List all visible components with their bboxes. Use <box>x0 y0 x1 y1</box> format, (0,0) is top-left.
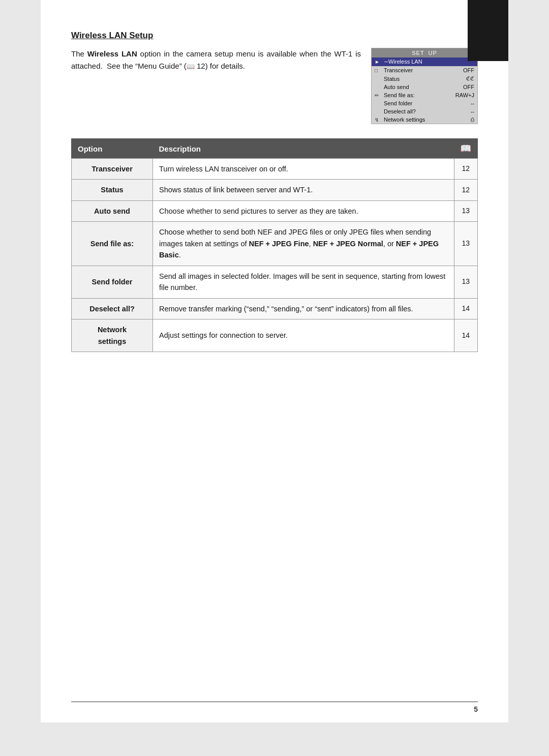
option-sendfileas: Send file as: <box>72 222 153 266</box>
table-row: Deselect all? Remove transfer marking (“… <box>72 298 478 319</box>
options-table: Option Description 📖 Transceiver Turn wi… <box>71 138 478 352</box>
page-deselectall: 14 <box>454 298 478 319</box>
camera-menu-row-deselectall: Deselect all? -- <box>372 107 477 115</box>
transceiver-icon: □ <box>375 68 384 73</box>
option-sendfolder: Send folder <box>72 266 153 298</box>
bottom-line <box>71 702 478 702</box>
table-row: Auto send Choose whether to send picture… <box>72 200 478 221</box>
camera-menu: SET UP ► ∼Wireless LAN □ Transceiver OFF… <box>371 48 478 124</box>
page-networksettings: 14 <box>454 319 478 352</box>
intro-text: The Wireless LAN option in the camera se… <box>71 48 361 72</box>
autosend-value: OFF <box>455 84 474 90</box>
option-status: Status <box>72 180 153 200</box>
autosend-label: Auto send <box>384 84 455 90</box>
option-networksettings: Networksettings <box>72 319 153 352</box>
intro-block: The Wireless LAN option in the camera se… <box>71 48 478 124</box>
option-autosend: Auto send <box>72 200 153 221</box>
page-sendfileas: 13 <box>454 222 478 266</box>
sendfileas-label: Send file as: <box>384 92 455 98</box>
camera-menu-body: ► ∼Wireless LAN □ Transceiver OFF Status… <box>372 57 477 124</box>
deselectall-value: -- <box>455 108 474 114</box>
transceiver-value: OFF <box>455 67 474 73</box>
desc-status: Shows status of link between server and … <box>153 180 454 200</box>
camera-menu-row-autosend: Auto send OFF <box>372 83 477 91</box>
table-row: Status Shows status of link between serv… <box>72 180 478 200</box>
deselectall-label: Deselect all? <box>384 108 455 114</box>
status-value: ℭℭ <box>455 75 474 82</box>
bold-wireless-lan: Wireless LAN <box>87 49 137 58</box>
transceiver-label: Transceiver <box>384 67 455 73</box>
camera-menu-row-wireless-lan: ► ∼Wireless LAN <box>372 57 477 66</box>
camera-menu-row-sendfileas: ✏ Send file as: RAW+J <box>372 91 477 99</box>
option-deselectall: Deselect all? <box>72 298 153 319</box>
sendfolder-label: Send folder <box>384 100 455 106</box>
table-row: Send folder Send all images in selected … <box>72 266 478 298</box>
page: Wireless LAN Setup The Wireless LAN opti… <box>41 0 508 722</box>
camera-menu-row-transceiver: □ Transceiver OFF <box>372 66 477 74</box>
menu-guide-icon: 📖 <box>187 63 195 70</box>
desc-sendfileas: Choose whether to send both NEF and JPEG… <box>153 222 454 266</box>
page-number: 5 <box>474 705 478 713</box>
status-label: Status <box>384 76 455 82</box>
page-ref-icon: 📖 <box>460 143 471 154</box>
sendfolder-value: -- <box>455 100 474 106</box>
desc-networksettings: Adjust settings for connection to server… <box>153 319 454 352</box>
table-row: Networksettings Adjust settings for conn… <box>72 319 478 352</box>
networksettings-icon: ↯ <box>375 117 384 123</box>
bold-nef-normal: NEF + JPEG Normal <box>313 240 383 248</box>
page-transceiver: 12 <box>454 159 478 180</box>
bold-nef-fine: NEF + JPEG Fine <box>249 240 309 248</box>
networksettings-label: Network settings <box>384 117 455 123</box>
table-header-row: Option Description 📖 <box>72 139 478 159</box>
section-title: Wireless LAN Setup <box>71 31 478 41</box>
col-header-option: Option <box>72 139 153 159</box>
active-arrow-icon: ► <box>375 59 384 65</box>
desc-autosend: Choose whether to send pictures to serve… <box>153 200 454 221</box>
page-autosend: 13 <box>454 200 478 221</box>
camera-menu-row-status: Status ℭℭ <box>372 74 477 83</box>
desc-transceiver: Turn wireless LAN transceiver on or off. <box>153 159 454 180</box>
sendfileas-value: RAW+J <box>455 92 474 98</box>
page-sendfolder: 13 <box>454 266 478 298</box>
page-status: 12 <box>454 180 478 200</box>
desc-deselectall: Remove transfer marking (“send,” “sendin… <box>153 298 454 319</box>
sendfileas-icon: ✏ <box>375 93 384 98</box>
option-transceiver: Transceiver <box>72 159 153 180</box>
col-header-page: 📖 <box>454 139 478 159</box>
camera-menu-row-networksettings: ↯ Network settings ⎙ <box>372 115 477 124</box>
networksettings-value: ⎙ <box>455 117 474 123</box>
desc-sendfolder: Send all images in selected folder. Imag… <box>153 266 454 298</box>
camera-menu-header: SET UP <box>372 48 477 57</box>
table-row: Transceiver Turn wireless LAN transceive… <box>72 159 478 180</box>
table-row: Send file as: Choose whether to send bot… <box>72 222 478 266</box>
wireless-lan-label: ∼Wireless LAN <box>384 59 455 65</box>
black-tab <box>468 0 508 61</box>
col-header-description: Description <box>153 139 454 159</box>
camera-menu-row-sendfolder: Send folder -- <box>372 99 477 107</box>
